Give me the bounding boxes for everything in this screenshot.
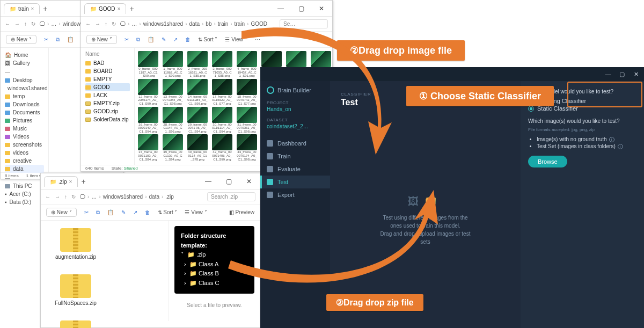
nav-gallery[interactable]: 🖼Gallery: [5, 59, 44, 67]
new-button[interactable]: ⊕ New ˅: [6, 35, 36, 44]
thumbnail[interactable]: 40_frame_000114_A0_C1_S78.png: [187, 134, 208, 161]
project-name[interactable]: Hands_on: [260, 106, 330, 116]
close-tab-icon[interactable]: ×: [69, 179, 72, 185]
search-input[interactable]: Search .zip: [207, 192, 255, 201]
nav-datad[interactable]: ▪Data (D:): [5, 198, 44, 206]
window-controls[interactable]: ―▢✕: [201, 178, 257, 185]
tab-good[interactable]: 📁GOOD×: [84, 3, 126, 14]
folder-good[interactable]: GOOD: [85, 83, 130, 91]
nav-creative[interactable]: creative: [5, 157, 44, 165]
info-icon[interactable]: i: [609, 137, 614, 142]
nav-arrows[interactable]: ←→↑↻: [85, 21, 116, 27]
thumbnail[interactable]: 30_frame_000116114_A0_C1_S94.png: [212, 107, 232, 134]
close-tab-icon[interactable]: ×: [118, 6, 121, 12]
zip-fullnospaces[interactable]: FullNoSpaces.zip: [52, 274, 100, 307]
nav-videos[interactable]: Videos: [5, 133, 44, 141]
zip-empty[interactable]: EMPTY.zip: [85, 99, 130, 107]
nav-arrows[interactable]: ←→↑↻: [5, 21, 35, 27]
paste-icon[interactable]: 📋: [148, 37, 154, 42]
cut-icon[interactable]: ✂: [44, 37, 48, 42]
view-button[interactable]: ☰ View ˅: [185, 209, 207, 215]
thumbnail[interactable]: 4_frame_00019437_A0_C1_S91.png: [237, 51, 257, 78]
thumbnail[interactable]: 31_frame_000070361_A0_C1_S98.png: [237, 107, 257, 134]
paste-icon[interactable]: 📋: [107, 209, 114, 215]
share-icon[interactable]: ↗: [133, 209, 137, 215]
folder-bad[interactable]: BAD: [85, 59, 130, 67]
folder-board[interactable]: BOARD: [85, 67, 130, 75]
new-tab-icon[interactable]: +: [43, 4, 47, 13]
sort-button[interactable]: ⇅ Sort ˅: [158, 209, 178, 215]
thumbnail[interactable]: 3_frame_00071033_A0_C1_S85.png: [212, 51, 232, 78]
folder-lack[interactable]: LACK: [85, 91, 130, 99]
breadcrumb[interactable]: 🖵›…› windows1shared› data› bb› train› tr…: [120, 21, 267, 27]
nav-arrows[interactable]: ←→↑↻: [45, 194, 76, 200]
thumbnail[interactable]: 28_frame_0001144_A0_C1_S96.png: [163, 107, 183, 134]
breadcrumb[interactable]: 🖵›…› windows1shared› data› .zip: [80, 194, 174, 200]
rename-icon[interactable]: ✎: [121, 209, 126, 215]
nav-pictures[interactable]: Pictures: [5, 116, 44, 125]
thumbnail[interactable]: 26_frame_000070149_A0_C1_S94.png: [138, 107, 158, 134]
nav-temp[interactable]: temp: [5, 92, 44, 100]
browse-button[interactable]: Browse: [528, 156, 567, 167]
thumbnail[interactable]: 12_frame_002385174_A0_C1_S99.png: [138, 79, 158, 106]
column-name[interactable]: Name: [85, 51, 130, 57]
zip-good[interactable]: GOOD.zip: [85, 107, 130, 115]
rename-icon[interactable]: ✎: [162, 37, 166, 42]
zip-solderdata[interactable]: SolderData.zip: [85, 115, 130, 123]
thumbnail[interactable]: 1_frame_00011862_A0_C1_S99.png: [163, 51, 183, 78]
nav-documents[interactable]: Documents: [5, 108, 44, 116]
menu-train[interactable]: Train: [260, 150, 330, 163]
tab-train[interactable]: 📁train×: [4, 3, 40, 14]
thumbnail[interactable]: 17_frame_000115623_A0_C1_S77.png: [212, 79, 232, 106]
new-tab-icon[interactable]: +: [81, 177, 85, 186]
cut-icon[interactable]: ✂: [84, 209, 89, 215]
folder-empty[interactable]: EMPTY: [85, 75, 130, 83]
thumbnail[interactable]: 43_frame_000070174_A0_C1_S98.png: [237, 134, 257, 161]
nav-thispc[interactable]: This PC: [5, 182, 44, 190]
thumbnail[interactable]: 29_frame_000071 96_A0_C1_S94.png: [187, 107, 208, 134]
copy-icon[interactable]: ⧉: [136, 37, 140, 43]
thumbnail[interactable]: 13_frame_000071384_A0_C1_S98.png: [163, 79, 183, 106]
nav-screenshots[interactable]: screenshots: [5, 141, 44, 149]
window-controls[interactable]: ―▢✕: [603, 71, 641, 78]
menu-test[interactable]: Test: [260, 176, 330, 188]
new-button[interactable]: ⊕ New ˅: [46, 208, 77, 217]
menu-dashboard[interactable]: Dashboard: [260, 137, 330, 150]
dataset-name[interactable]: coindataset2_2…: [260, 123, 330, 134]
nav-music[interactable]: Music: [5, 125, 44, 133]
menu-export[interactable]: Export: [260, 188, 330, 201]
close-tab-icon[interactable]: ×: [31, 6, 34, 12]
search-input[interactable]: Se…: [280, 19, 328, 28]
nav-videos2[interactable]: videos: [5, 149, 44, 157]
thumbnail[interactable]: 0_frame_0001187_A0_C1_S99.png: [138, 51, 158, 78]
zip-augmentation[interactable]: augmentation.zip: [52, 228, 100, 260]
thumbnail[interactable]: 37_frame_000071103_A0_C1_S84.png: [138, 134, 158, 161]
copy-icon[interactable]: ⧉: [96, 209, 100, 216]
share-icon[interactable]: ↗: [173, 37, 178, 42]
nav-acer[interactable]: ▪Acer (C:): [5, 190, 44, 198]
copy-icon[interactable]: ⧉: [56, 37, 60, 43]
nav-desktop[interactable]: Desktop: [5, 76, 44, 84]
nav-home[interactable]: 🏠Home: [5, 51, 44, 59]
thumbnail[interactable]: 42_frame_000071406_A0_C1_S99.png: [212, 134, 232, 161]
paste-icon[interactable]: 📋: [67, 37, 74, 42]
drop-zone[interactable]: CLASSIFIER Test 🖼📁 Test using different …: [330, 81, 521, 328]
thumbnail[interactable]: 14_frame_000116384_A0_C1_S98.png: [187, 79, 208, 106]
thumbnail[interactable]: 18_frame_000070742_A0_C1_S77.png: [237, 79, 257, 106]
info-icon[interactable]: i: [618, 144, 623, 149]
delete-icon[interactable]: 🗑: [145, 209, 150, 215]
more-icon[interactable]: ⋯: [255, 37, 260, 42]
new-tab-icon[interactable]: +: [129, 4, 134, 13]
sort-button[interactable]: ⇅ Sort ˅: [198, 37, 218, 42]
new-button[interactable]: ⊕ New ˅: [86, 35, 117, 44]
cut-icon[interactable]: ✂: [125, 37, 129, 42]
zip-ppe[interactable]: PPE-Detection-Using-CV-Kitty.zip: [52, 320, 100, 328]
view-button[interactable]: ☰ View ˅: [225, 37, 247, 42]
menu-evaluate[interactable]: Evaluate: [260, 163, 330, 176]
thumbnail[interactable]: 39_frame_0001139_A0_C1_S94.png: [163, 134, 183, 161]
nav-downloads[interactable]: Downloads: [5, 100, 44, 108]
nav-shared[interactable]: windows1shared: [5, 84, 44, 92]
thumbnail[interactable]: 2_frame_00016521_A0_C1_S85.png: [187, 51, 208, 78]
delete-icon[interactable]: 🗑: [185, 37, 191, 42]
preview-button[interactable]: ◧ Preview: [229, 209, 254, 215]
